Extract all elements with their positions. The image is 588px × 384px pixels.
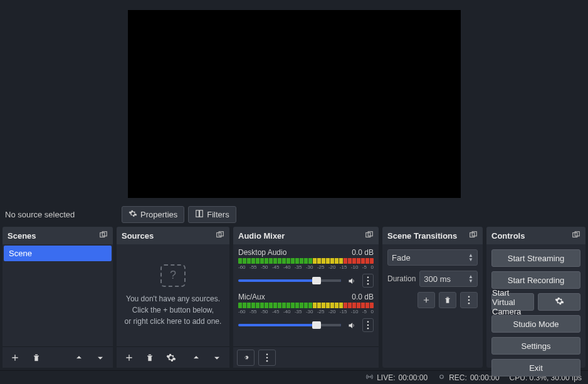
transitions-title: Scene Transitions bbox=[387, 231, 457, 241]
channel-name: Mic/Aux bbox=[238, 293, 265, 301]
filters-label: Filters bbox=[207, 210, 229, 219]
record-icon bbox=[438, 373, 446, 383]
add-transition-button[interactable] bbox=[417, 292, 435, 308]
preview-area bbox=[0, 0, 588, 202]
controls-header[interactable]: Controls bbox=[486, 227, 585, 244]
transition-properties-button[interactable] bbox=[460, 292, 478, 308]
remove-source-button[interactable] bbox=[142, 350, 159, 366]
advanced-audio-button[interactable] bbox=[237, 350, 255, 366]
audio-mixer-dock: Audio Mixer Desktop Audio 0.0 dB -60-55-… bbox=[233, 227, 379, 368]
gear-icon bbox=[555, 296, 564, 308]
empty-line3: or right click here to add one. bbox=[125, 317, 222, 326]
exit-button[interactable]: Exit bbox=[491, 359, 580, 376]
scenes-title: Scenes bbox=[8, 231, 36, 241]
svg-point-19 bbox=[468, 296, 470, 298]
filters-button[interactable]: Filters bbox=[188, 206, 236, 223]
mixer-menu-button[interactable] bbox=[258, 350, 276, 366]
remove-transition-button[interactable] bbox=[439, 292, 456, 308]
audio-channel: Desktop Audio 0.0 dB -60-55-50-45-40-35-… bbox=[238, 248, 374, 288]
meter-ticks: -60-55-50-45-40-35-30-25-20-15-10-50 bbox=[238, 264, 374, 270]
empty-line1: You don't have any sources. bbox=[126, 294, 220, 303]
duration-value: 300 ms bbox=[424, 274, 451, 284]
transitions-body: Fade ▲▼ Duration 300 ms ▲▼ bbox=[382, 244, 483, 368]
broadcast-icon bbox=[365, 373, 374, 383]
studio-mode-button[interactable]: Studio Mode bbox=[491, 315, 580, 333]
popout-icon[interactable] bbox=[572, 231, 580, 241]
source-down-button[interactable] bbox=[208, 350, 226, 366]
mixer-body: Desktop Audio 0.0 dB -60-55-50-45-40-35-… bbox=[233, 244, 379, 368]
mute-button[interactable] bbox=[345, 318, 359, 332]
mute-button[interactable] bbox=[345, 274, 359, 288]
sources-body[interactable]: ? You don't have any sources. Click the … bbox=[117, 244, 229, 368]
sources-toolbar bbox=[117, 346, 229, 368]
channel-name: Desktop Audio bbox=[238, 248, 286, 257]
svg-point-9 bbox=[367, 280, 369, 282]
popout-icon[interactable] bbox=[216, 231, 224, 241]
channel-menu-button[interactable] bbox=[362, 318, 374, 332]
preview-canvas[interactable] bbox=[128, 10, 461, 198]
volume-slider[interactable] bbox=[238, 324, 341, 326]
sources-title: Sources bbox=[122, 231, 154, 241]
channel-menu-button[interactable] bbox=[362, 274, 374, 288]
transition-select[interactable]: Fade ▲▼ bbox=[387, 249, 478, 266]
start-streaming-button[interactable]: Start Streaming bbox=[491, 249, 580, 267]
scenes-toolbar bbox=[3, 346, 113, 368]
virtual-camera-settings-button[interactable] bbox=[538, 293, 580, 311]
start-recording-button[interactable]: Start Recording bbox=[491, 271, 580, 289]
remove-scene-button[interactable] bbox=[28, 350, 45, 366]
popout-icon[interactable] bbox=[99, 231, 108, 241]
scene-down-button[interactable] bbox=[92, 350, 109, 366]
transitions-header[interactable]: Scene Transitions bbox=[382, 227, 483, 244]
controls-body: Start Streaming Start Recording Start Vi… bbox=[486, 244, 585, 368]
add-source-button[interactable] bbox=[120, 350, 138, 366]
channel-level: 0.0 dB bbox=[352, 248, 374, 257]
scene-list[interactable]: Scene bbox=[3, 244, 113, 346]
slider-thumb[interactable] bbox=[312, 321, 321, 329]
start-virtual-camera-button[interactable]: Start Virtual Camera bbox=[491, 293, 534, 311]
mixer-toolbar bbox=[233, 346, 379, 368]
slider-thumb[interactable] bbox=[312, 277, 321, 284]
filters-icon bbox=[195, 209, 204, 220]
svg-point-12 bbox=[367, 324, 369, 326]
scenes-body: Scene bbox=[3, 244, 113, 368]
transitions-dock: Scene Transitions Fade ▲▼ Duration 300 m… bbox=[382, 227, 483, 368]
scene-item[interactable]: Scene bbox=[4, 246, 112, 261]
mixer-header[interactable]: Audio Mixer bbox=[233, 227, 379, 244]
properties-button[interactable]: Properties bbox=[122, 206, 184, 223]
rec-label: REC: bbox=[449, 373, 467, 382]
docks-container: Scenes Scene Sources ? Yo bbox=[0, 227, 588, 370]
svg-point-10 bbox=[367, 283, 369, 285]
duration-spinbox[interactable]: 300 ms ▲▼ bbox=[419, 271, 478, 287]
audio-channel: Mic/Aux 0.0 dB -60-55-50-45-40-35-30-25-… bbox=[238, 293, 374, 332]
svg-point-20 bbox=[468, 299, 470, 301]
svg-point-11 bbox=[367, 321, 369, 323]
svg-point-21 bbox=[468, 303, 470, 304]
no-source-label: No source selected bbox=[5, 210, 118, 219]
live-time: 00:00:00 bbox=[398, 373, 428, 382]
settings-button[interactable]: Settings bbox=[491, 337, 580, 355]
duration-label: Duration bbox=[387, 274, 416, 283]
svg-point-13 bbox=[367, 328, 369, 330]
source-properties-button[interactable] bbox=[162, 350, 180, 366]
question-icon: ? bbox=[160, 264, 186, 287]
svg-point-15 bbox=[266, 356, 268, 358]
svg-point-24 bbox=[440, 375, 443, 378]
live-label: LIVE: bbox=[377, 373, 395, 382]
properties-label: Properties bbox=[140, 210, 177, 219]
scene-up-button[interactable] bbox=[70, 350, 88, 366]
add-scene-button[interactable] bbox=[6, 350, 24, 366]
svg-rect-1 bbox=[200, 210, 203, 217]
transition-selected: Fade bbox=[392, 253, 411, 262]
sources-dock: Sources ? You don't have any sources. Cl… bbox=[117, 227, 229, 368]
controls-title: Controls bbox=[491, 231, 525, 241]
audio-meter bbox=[238, 303, 374, 308]
gear-icon bbox=[129, 209, 137, 220]
source-info-row: No source selected Properties Filters bbox=[0, 202, 588, 227]
scenes-header[interactable]: Scenes bbox=[3, 227, 113, 244]
source-up-button[interactable] bbox=[187, 350, 205, 366]
popout-icon[interactable] bbox=[469, 231, 478, 241]
volume-slider[interactable] bbox=[238, 279, 341, 282]
popout-icon[interactable] bbox=[365, 231, 374, 241]
meter-ticks: -60-55-50-45-40-35-30-25-20-15-10-50 bbox=[238, 309, 374, 314]
sources-header[interactable]: Sources bbox=[117, 227, 229, 244]
